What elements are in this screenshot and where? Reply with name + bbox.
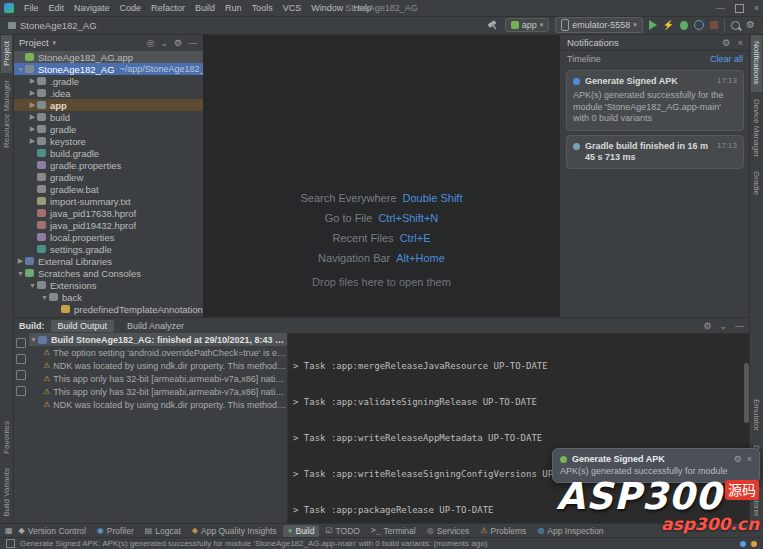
window-icon[interactable] xyxy=(6,539,15,548)
expand-all-icon[interactable] xyxy=(16,386,26,396)
build-warning-row[interactable]: ⚠ This app only has 32-bit [armeabi,arme… xyxy=(29,372,287,385)
debug-button[interactable] xyxy=(680,21,688,30)
build-warning-row[interactable]: ⚠ NDK was located by using ndk.dir prope… xyxy=(29,359,287,372)
menu-refactor[interactable]: Refactor xyxy=(146,3,190,13)
tool-button-problems[interactable]: ⚠Problems xyxy=(475,525,531,537)
menu-build[interactable]: Build xyxy=(190,3,220,13)
tree-row[interactable]: ▶ app xyxy=(13,99,203,111)
tree-row[interactable]: local.properties xyxy=(13,231,203,243)
tree-row[interactable]: import-summary.txt xyxy=(13,195,203,207)
tool-button-device-manager[interactable]: Device Manager xyxy=(751,92,762,164)
tool-button-services[interactable]: ◎Services xyxy=(422,525,475,537)
chevron-right-icon[interactable]: ▶ xyxy=(28,77,37,85)
tree-row[interactable]: predefinedTemplateAnnotations.json xyxy=(13,303,203,315)
tree-row[interactable]: ▶ .gradle xyxy=(13,75,203,87)
hide-panel-icon[interactable]: — xyxy=(735,321,744,331)
collapse-all-icon[interactable]: ⌄ xyxy=(160,38,168,48)
build-warning-row[interactable]: ⚠ NDK was located by using ndk.dir prope… xyxy=(29,398,287,411)
clear-all-link[interactable]: Clear all xyxy=(710,54,743,64)
tab-timeline[interactable]: Timeline xyxy=(567,54,601,64)
search-icon[interactable] xyxy=(731,21,740,30)
chevron-right-icon[interactable]: ▶ xyxy=(28,101,37,109)
tool-button-build[interactable]: ●Build xyxy=(283,525,320,537)
filter-icon[interactable] xyxy=(16,370,26,380)
chevron-right-icon[interactable]: ▶ xyxy=(28,137,37,145)
tree-row[interactable]: ▶ External Libraries xyxy=(13,255,203,267)
tree-row[interactable]: settings.gradle xyxy=(13,243,203,255)
gear-icon[interactable]: ⚙ xyxy=(174,38,182,48)
tree-row[interactable]: ▼ StoneAge182_AG ~/app/StoneAge182_AG xyxy=(13,63,203,75)
tool-button-notifications[interactable]: Notifications xyxy=(751,34,762,92)
maximize-button[interactable] xyxy=(735,4,744,13)
tree-row[interactable]: ▶ .idea xyxy=(13,87,203,99)
window-layout-icon[interactable]: ▦ xyxy=(5,527,13,535)
tree-row[interactable]: build.gradle xyxy=(13,147,203,159)
tool-button-resource-manager[interactable]: Resource Manager xyxy=(1,73,12,155)
chevron-down-icon[interactable]: ▼ xyxy=(28,282,37,289)
minimize-button[interactable]: — xyxy=(716,3,725,13)
gear-icon[interactable]: ⚙ xyxy=(703,321,711,331)
close-icon[interactable]: × xyxy=(737,37,743,48)
notification-card[interactable]: Gradle build finished in 16 m 45 s 713 m… xyxy=(566,135,744,169)
stop-icon[interactable] xyxy=(16,354,26,364)
menu-file[interactable]: File xyxy=(19,3,44,13)
tool-button-gradle[interactable]: Gradle xyxy=(751,164,762,202)
build-hammer-icon[interactable] xyxy=(487,19,499,31)
tool-button-emulator[interactable]: Emulator xyxy=(751,392,762,438)
tool-button-favorites[interactable]: Favorites xyxy=(1,414,12,461)
profiler-button[interactable] xyxy=(694,20,704,30)
tool-button-build-variants[interactable]: Build Variants xyxy=(1,461,12,524)
device-select[interactable]: emulator-5558 ▾ xyxy=(555,17,643,33)
close-icon[interactable]: × xyxy=(747,454,752,464)
chevron-right-icon[interactable]: ▶ xyxy=(28,89,37,97)
tree-row[interactable]: java_pid17638.hprof xyxy=(13,207,203,219)
tool-button-todo[interactable]: ☑TODO xyxy=(320,525,365,537)
tree-row[interactable]: ▼ Scratches and Consoles xyxy=(13,267,203,279)
tool-button-logcat[interactable]: ▤Logcat xyxy=(140,525,186,537)
build-warning-row[interactable]: ⚠ The option setting 'android.overridePa… xyxy=(29,346,287,359)
locate-file-icon[interactable]: ◎ xyxy=(147,38,155,48)
project-view-selector[interactable]: Project xyxy=(19,37,49,48)
menu-run[interactable]: Run xyxy=(220,3,247,13)
tool-button-project[interactable]: Project xyxy=(1,34,12,73)
chevron-down-icon[interactable]: ▼ xyxy=(40,294,49,301)
tree-row[interactable]: ▶ gradle xyxy=(13,123,203,135)
collapse-icon[interactable]: ⌄ xyxy=(719,321,727,331)
tree-row[interactable]: gradle.properties xyxy=(13,159,203,171)
apply-changes-icon[interactable]: ⚡ xyxy=(663,20,674,30)
tree-row[interactable]: StoneAge182_AG.app xyxy=(13,51,203,63)
tool-button-app-quality-insights[interactable]: ◈App Quality Insights xyxy=(187,525,282,537)
gear-icon[interactable]: ⚙ xyxy=(722,37,731,48)
tool-button-version-control[interactable]: ◆Version Control xyxy=(14,525,91,537)
sync-indicator-icon[interactable] xyxy=(751,541,757,547)
tree-row[interactable]: ▶ keystore xyxy=(13,135,203,147)
chevron-down-icon[interactable]: ▼ xyxy=(16,66,25,73)
tool-button-profiler[interactable]: ◉Profiler xyxy=(92,525,139,537)
chevron-down-icon[interactable]: ▾ xyxy=(53,39,57,47)
hide-panel-icon[interactable]: — xyxy=(188,38,197,48)
menu-vcs[interactable]: VCS xyxy=(278,3,307,13)
tab-build-output[interactable]: Build Output xyxy=(51,320,115,332)
chevron-right-icon[interactable]: ▶ xyxy=(28,113,37,121)
gear-icon[interactable]: ⚙ xyxy=(734,454,742,464)
menu-edit[interactable]: Edit xyxy=(44,3,70,13)
gear-icon[interactable]: ⚙ xyxy=(746,20,755,30)
chevron-right-icon[interactable]: ▶ xyxy=(16,257,25,265)
build-warning-row[interactable]: ⚠ This app only has 32-bit [armeabi,arme… xyxy=(29,385,287,398)
tree-row[interactable]: ▶ build xyxy=(13,111,203,123)
build-root-row[interactable]: ▼ Build StoneAge182_AG: finished at 29/1… xyxy=(29,333,287,346)
run-button[interactable] xyxy=(649,20,657,30)
menu-code[interactable]: Code xyxy=(115,3,147,13)
close-button[interactable]: × xyxy=(754,3,759,13)
chevron-down-icon[interactable]: ▼ xyxy=(29,336,38,343)
tool-button-terminal[interactable]: >_Terminal xyxy=(366,525,421,537)
tree-row[interactable]: ▼ Extensions xyxy=(13,279,203,291)
rerun-icon[interactable] xyxy=(16,338,26,348)
breadcrumb[interactable]: StoneAge182_AG xyxy=(8,20,97,31)
menu-tools[interactable]: Tools xyxy=(247,3,278,13)
notification-card[interactable]: Generate Signed APK 17:13 APK(s) generat… xyxy=(566,70,744,131)
tree-row[interactable]: gradlew.bat xyxy=(13,183,203,195)
menu-navigate[interactable]: Navigate xyxy=(69,3,115,13)
stop-button[interactable] xyxy=(710,21,718,29)
tree-row[interactable]: java_pid19432.hprof xyxy=(13,219,203,231)
